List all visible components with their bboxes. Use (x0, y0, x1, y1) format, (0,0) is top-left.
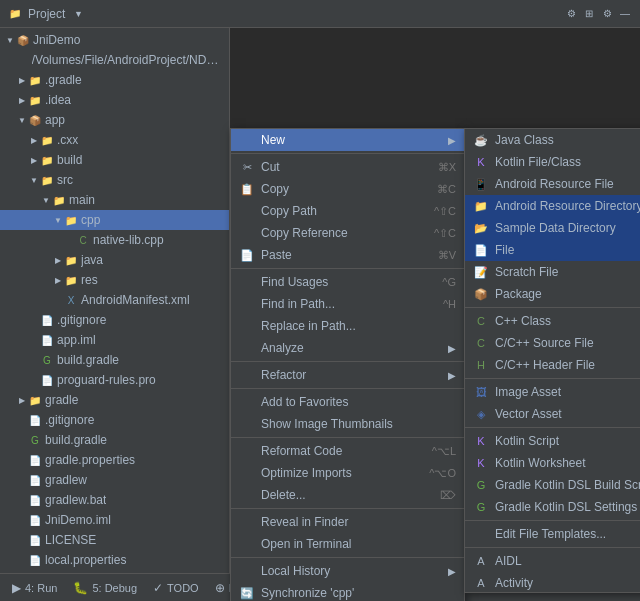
tree-item-gitignore1[interactable]: 📄.gitignore (0, 310, 229, 330)
status-item-0[interactable]: ▶4: Run (8, 579, 61, 597)
menu-item-copy[interactable]: 📋Copy⌘C (231, 178, 464, 200)
tree-arrow-java[interactable]: ▶ (52, 254, 64, 266)
menu-label-9: Find in Path... (261, 297, 427, 311)
menu-item-cut[interactable]: ✂Cut⌘X (231, 156, 464, 178)
tree-item-src[interactable]: ▼📁src (0, 170, 229, 190)
tree-arrow-gradle2[interactable]: ▶ (16, 394, 28, 406)
submenu-item-android-resource-directory[interactable]: 📁Android Resource Directory (465, 195, 640, 217)
tree-arrow-jniDemo[interactable]: ▼ (4, 34, 16, 46)
menu-item-analyze[interactable]: Analyze▶ (231, 337, 464, 359)
tree-arrow-cpp[interactable]: ▼ (52, 214, 64, 226)
submenu-item-kotlin-file/class[interactable]: KKotlin File/Class (465, 151, 640, 173)
tree-arrow-gradle[interactable]: ▶ (16, 74, 28, 86)
menu-item-reveal-in-finder[interactable]: Reveal in Finder (231, 511, 464, 533)
submenu-item-edit-file-templates...[interactable]: Edit File Templates... (465, 523, 640, 545)
tree-item-buildgradle2[interactable]: Gbuild.gradle (0, 430, 229, 450)
submenu-item-c/c++-header-file[interactable]: HC/C++ Header File (465, 354, 640, 376)
tree-item-path[interactable]: /Volumes/File/AndroidProject/NDK/JniDe (0, 50, 229, 70)
menu-item-new[interactable]: New ▶ (231, 129, 464, 151)
submenu-item-activity[interactable]: AActivity▶ (465, 572, 640, 593)
tree-icon-file-generic: 📄 (28, 473, 42, 487)
tree-arrow-cxx[interactable]: ▶ (28, 134, 40, 146)
tree-label-gitignore1: .gitignore (57, 313, 106, 327)
menu-item-find-usages[interactable]: Find Usages^G (231, 271, 464, 293)
menu-item-show-image-thumbnails[interactable]: Show Image Thumbnails (231, 413, 464, 435)
submenu-item-gradle-kotlin-dsl-settings[interactable]: GGradle Kotlin DSL Settings (465, 496, 640, 518)
dropdown-icon[interactable]: ▼ (71, 7, 85, 21)
submenu-item-c++-class[interactable]: CC++ Class (465, 310, 640, 332)
menu-item-reformat-code[interactable]: Reformat Code^⌥L (231, 440, 464, 462)
tree-item-appimi[interactable]: 📄app.iml (0, 330, 229, 350)
menu-item-copy-path[interactable]: Copy Path^⇧C (231, 200, 464, 222)
tree-item-jniDemo[interactable]: ▼📦JniDemo (0, 30, 229, 50)
tree-item-proguard[interactable]: 📄proguard-rules.pro (0, 370, 229, 390)
tree-item-native-lib[interactable]: Cnative-lib.cpp (0, 230, 229, 250)
tree-icon-folder: 📁 (40, 153, 54, 167)
submenu-item-kotlin-worksheet[interactable]: KKotlin Worksheet (465, 452, 640, 474)
submenu-item-c/c++-source-file[interactable]: CC/C++ Source File (465, 332, 640, 354)
tree-item-jnidemoiML[interactable]: 📄JniDemo.iml (0, 510, 229, 530)
settings-icon[interactable]: ⚙ (564, 7, 578, 21)
gear-icon[interactable]: ⚙ (600, 7, 614, 21)
tree-item-main[interactable]: ▼📁main (0, 190, 229, 210)
tree-arrow-src[interactable]: ▼ (28, 174, 40, 186)
tree-item-gradle2[interactable]: ▶📁gradle (0, 390, 229, 410)
menu-icon-9 (239, 296, 255, 312)
tree-item-buildgradle1[interactable]: Gbuild.gradle (0, 350, 229, 370)
tree-item-java[interactable]: ▶📁java (0, 250, 229, 270)
layout-icon[interactable]: ⊞ (582, 7, 596, 21)
submenu-item-gradle-kotlin-dsl-build-script[interactable]: GGradle Kotlin DSL Build Script (465, 474, 640, 496)
menu-item-replace-in-path...[interactable]: Replace in Path... (231, 315, 464, 337)
menu-item-find-in-path...[interactable]: Find in Path...^H (231, 293, 464, 315)
submenu-icon-10: C (473, 335, 489, 351)
submenu-item-scratch-file[interactable]: 📝Scratch File (465, 261, 640, 283)
tree-item-gradle[interactable]: ▶📁.gradle (0, 70, 229, 90)
menu-item-synchronize-'cpp'[interactable]: 🔄Synchronize 'cpp' (231, 582, 464, 601)
tree-item-license[interactable]: 📄LICENSE (0, 530, 229, 550)
tree-item-build[interactable]: ▶📁build (0, 150, 229, 170)
tree-item-res[interactable]: ▶📁res (0, 270, 229, 290)
menu-item-copy-reference[interactable]: Copy Reference^⇧C (231, 222, 464, 244)
new-submenu[interactable]: ☕Java ClassKKotlin File/Class📱Android Re… (464, 128, 640, 593)
tree-item-cxx[interactable]: ▶📁.cxx (0, 130, 229, 150)
tree-item-cpp[interactable]: ▼📁cpp (0, 210, 229, 230)
menu-item-delete...[interactable]: Delete...⌦ (231, 484, 464, 506)
menu-item-local-history[interactable]: Local History▶ (231, 560, 464, 582)
tree-arrow-build[interactable]: ▶ (28, 154, 40, 166)
submenu-item-aidl[interactable]: AAIDL▶ (465, 550, 640, 572)
main-context-menu[interactable]: New ▶ ✂Cut⌘X📋Copy⌘CCopy Path^⇧CCopy Refe… (230, 128, 465, 601)
tree-item-localprops[interactable]: 📄local.properties (0, 550, 229, 570)
menu-icon-11 (239, 340, 255, 356)
tree-item-idea[interactable]: ▶📁.idea (0, 90, 229, 110)
menu-item-open-in-terminal[interactable]: Open in Terminal (231, 533, 464, 555)
menu-separator-24 (231, 557, 464, 558)
tree-arrow-main[interactable]: ▼ (40, 194, 52, 206)
submenu-item-kotlin-script[interactable]: KKotlin Script (465, 430, 640, 452)
minimize-icon[interactable]: — (618, 7, 632, 21)
submenu-item-java-class[interactable]: ☕Java Class (465, 129, 640, 151)
tree-arrow-idea[interactable]: ▶ (16, 94, 28, 106)
tree-item-readmemd[interactable]: 📄README.md (0, 570, 229, 573)
tree-arrow-res[interactable]: ▶ (52, 274, 64, 286)
menu-item-refactor[interactable]: Refactor▶ (231, 364, 464, 386)
submenu-item-vector-asset[interactable]: ◈Vector Asset (465, 403, 640, 425)
tree-item-androidmanifest[interactable]: XAndroidManifest.xml (0, 290, 229, 310)
menu-item-paste[interactable]: 📄Paste⌘V (231, 244, 464, 266)
tree-item-gradleprops[interactable]: 📄gradle.properties (0, 450, 229, 470)
submenu-item-sample-data-directory[interactable]: 📂Sample Data Directory (465, 217, 640, 239)
tree-item-app[interactable]: ▼📦app (0, 110, 229, 130)
submenu-item-android-resource-file[interactable]: 📱Android Resource File (465, 173, 640, 195)
submenu-item-package[interactable]: 📦Package (465, 283, 640, 305)
tree-item-gradlewbat[interactable]: 📄gradlew.bat (0, 490, 229, 510)
project-tree[interactable]: ▼📦JniDemo/Volumes/File/AndroidProject/ND… (0, 28, 230, 573)
tree-arrow-app[interactable]: ▼ (16, 114, 28, 126)
tree-item-gitignore2[interactable]: 📄.gitignore (0, 410, 229, 430)
status-item-2[interactable]: ✓TODO (149, 579, 203, 597)
submenu-item-file[interactable]: 📄File (465, 239, 640, 261)
menu-item-optimize-imports[interactable]: Optimize Imports^⌥O (231, 462, 464, 484)
menu-item-icon-new (239, 132, 255, 148)
status-item-1[interactable]: 🐛5: Debug (69, 579, 141, 597)
menu-item-add-to-favorites[interactable]: Add to Favorites (231, 391, 464, 413)
submenu-item-image-asset[interactable]: 🖼Image Asset (465, 381, 640, 403)
tree-item-gradlew[interactable]: 📄gradlew (0, 470, 229, 490)
